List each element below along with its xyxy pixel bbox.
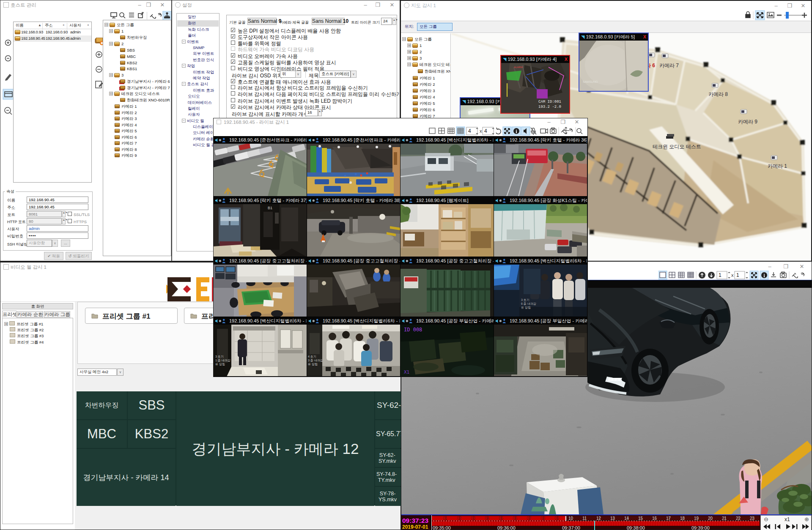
svg-text:4 호기: 4 호기 bbox=[308, 355, 316, 358]
svg-text:1: 1 bbox=[736, 272, 739, 278]
svg-text:08: 08 bbox=[540, 516, 546, 521]
svg-text:17: 17 bbox=[666, 516, 671, 521]
svg-text:09:35:00: 09:35:00 bbox=[433, 525, 451, 530]
svg-text:X1: X1 bbox=[404, 369, 409, 375]
svg-text:1: 1 bbox=[719, 272, 721, 278]
svg-text:16: 16 bbox=[652, 516, 657, 521]
svg-text:6 층 내려감: 6 층 내려감 bbox=[521, 302, 536, 305]
svg-text:22: 22 bbox=[736, 516, 741, 521]
svg-text:14: 14 bbox=[624, 516, 629, 521]
svg-text:4: 4 bbox=[484, 128, 487, 134]
svg-text:23: 23 bbox=[750, 516, 755, 521]
svg-text:3 호기: 3 호기 bbox=[521, 298, 529, 301]
svg-text:01: 01 bbox=[443, 516, 448, 521]
svg-text:카메라 9: 카메라 9 bbox=[738, 119, 757, 125]
svg-text:15: 15 bbox=[638, 516, 643, 521]
svg-text:ID 008: ID 008 bbox=[404, 327, 422, 333]
svg-text:13: 13 bbox=[610, 516, 615, 521]
svg-text:10: 10 bbox=[568, 516, 573, 521]
svg-text:유 닫힘: 유 닫힘 bbox=[215, 363, 225, 366]
svg-text:05: 05 bbox=[499, 516, 504, 521]
svg-text:20: 20 bbox=[708, 516, 713, 521]
svg-text:유 닫힘: 유 닫힘 bbox=[521, 306, 531, 309]
svg-text:테크윈 오디오 테스트: 테크윈 오디오 테스트 bbox=[653, 144, 701, 150]
svg-text:19: 19 bbox=[694, 516, 699, 521]
svg-text:카메라 1: 카메라 1 bbox=[768, 163, 787, 169]
svg-text:SAMSUNG: SAMSUNG bbox=[583, 80, 598, 83]
svg-text:카메라 8: 카메라 8 bbox=[708, 91, 728, 97]
svg-text:카메라 7: 카메라 7 bbox=[659, 63, 679, 68]
svg-text:B1: B1 bbox=[268, 206, 272, 210]
svg-text:09:39:00: 09:39:00 bbox=[691, 525, 710, 530]
svg-text:CAM ID:001: CAM ID:001 bbox=[538, 100, 561, 104]
svg-text:유 닫힘: 유 닫힘 bbox=[308, 363, 318, 366]
svg-text:1 층 내려감: 1 층 내려감 bbox=[215, 359, 230, 362]
svg-text:07: 07 bbox=[527, 516, 532, 521]
svg-text:x: x bbox=[480, 128, 482, 134]
svg-text:09:38:00: 09:38:00 bbox=[627, 525, 645, 530]
svg-text:09:36:00: 09:36:00 bbox=[497, 525, 516, 530]
svg-text:x: x bbox=[731, 273, 734, 278]
svg-text:03: 03 bbox=[471, 516, 476, 521]
svg-text:193.2 -2.0: 193.2 -2.0 bbox=[538, 105, 561, 109]
svg-text:09: 09 bbox=[554, 516, 560, 521]
svg-text:18: 18 bbox=[680, 516, 685, 521]
svg-text:ALARM: ALARM bbox=[514, 66, 523, 68]
svg-text:06: 06 bbox=[513, 516, 518, 521]
svg-text:09:37:00: 09:37:00 bbox=[562, 525, 580, 530]
svg-text:3 호기: 3 호기 bbox=[215, 355, 224, 358]
svg-text:02: 02 bbox=[457, 516, 462, 521]
svg-text:12: 12 bbox=[596, 516, 601, 521]
svg-text:21: 21 bbox=[722, 516, 727, 521]
svg-text:3 층 내려감: 3 층 내려감 bbox=[308, 359, 323, 362]
svg-text:11: 11 bbox=[582, 516, 587, 521]
svg-text:04: 04 bbox=[485, 516, 490, 521]
svg-text:4: 4 bbox=[468, 128, 471, 134]
